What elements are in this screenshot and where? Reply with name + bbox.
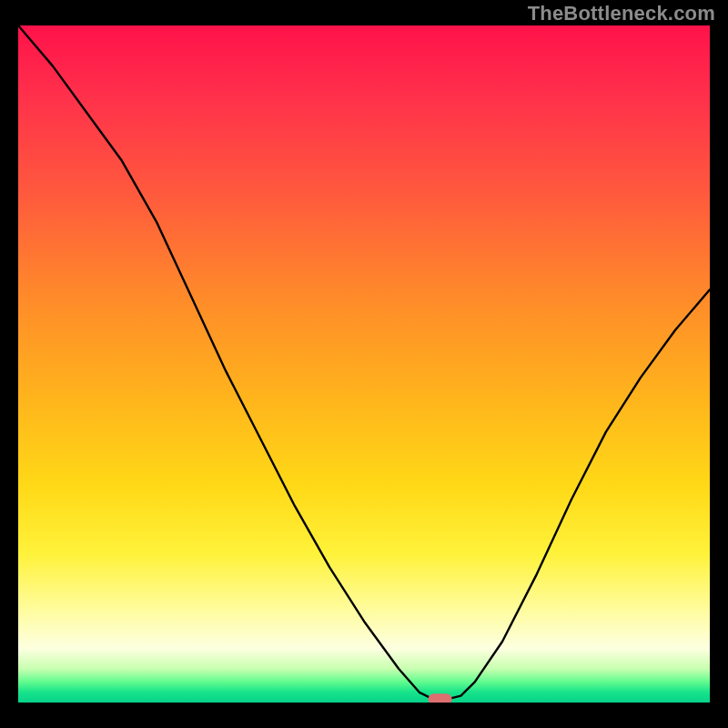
optimal-marker bbox=[429, 693, 452, 703]
watermark-text: TheBottleneck.com bbox=[528, 2, 715, 25]
bottleneck-curve-svg bbox=[18, 25, 710, 703]
chart-frame: TheBottleneck.com bbox=[0, 0, 728, 728]
plot-area bbox=[18, 25, 710, 703]
bottleneck-curve bbox=[18, 25, 710, 699]
